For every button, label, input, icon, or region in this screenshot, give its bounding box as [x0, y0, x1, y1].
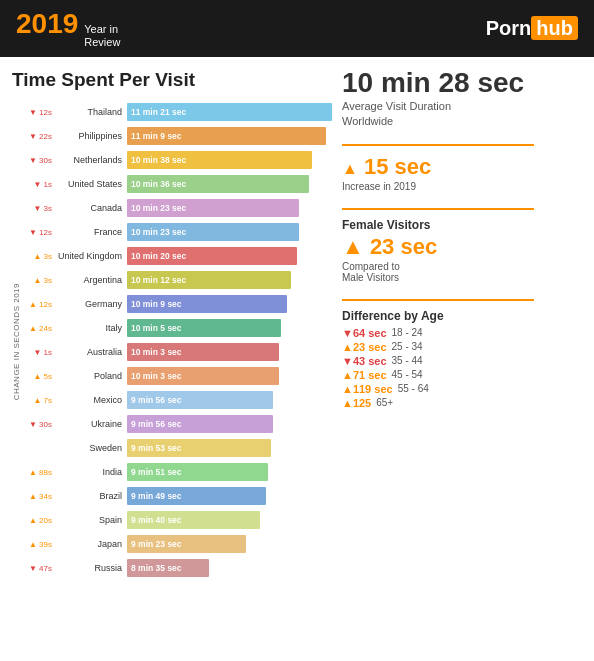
change-value: ▼ 22s [25, 132, 55, 141]
age-row: ▼64 sec18 - 24 [342, 327, 582, 339]
country-name: Australia [55, 347, 127, 357]
bar: 10 min 20 sec [127, 247, 297, 265]
country-name: Brazil [55, 491, 127, 501]
country-name: Canada [55, 203, 127, 213]
change-value: ▲ 20s [25, 516, 55, 525]
chart-row: Sweden9 min 53 sec [25, 437, 332, 459]
female-value: ▲ 23 sec [342, 234, 582, 260]
year-subtitle: Year in Review [84, 23, 120, 49]
bar-time-label: 11 min 21 sec [131, 107, 186, 117]
age-title: Difference by Age [342, 309, 582, 323]
bar-container: 10 min 5 sec [127, 319, 332, 337]
bar: 11 min 21 sec [127, 103, 332, 121]
main-content: Time Spent Per Visit Change in Seconds 2… [0, 57, 594, 589]
bar: 10 min 12 sec [127, 271, 291, 289]
stats-section: 10 min 28 sec Average Visit Duration Wor… [342, 69, 582, 581]
bar-container: 10 min 3 sec [127, 343, 332, 361]
age-value: ▲119 sec [342, 383, 393, 395]
bar: 10 min 23 sec [127, 223, 299, 241]
change-value: ▼ 3s [25, 204, 55, 213]
chart-row: ▲ 12sGermany10 min 9 sec [25, 293, 332, 315]
bar-time-label: 10 min 3 sec [131, 371, 182, 381]
bar-time-label: 10 min 20 sec [131, 251, 186, 261]
bar: 9 min 56 sec [127, 391, 273, 409]
female-title: Female Visitors [342, 218, 582, 232]
change-value: ▼ 47s [25, 564, 55, 573]
avg-duration-block: 10 min 28 sec Average Visit Duration Wor… [342, 69, 582, 128]
country-name: Sweden [55, 443, 127, 453]
chart-row: ▲ 3sArgentina10 min 12 sec [25, 269, 332, 291]
chart-row: ▼ 3sCanada10 min 23 sec [25, 197, 332, 219]
bar-container: 9 min 56 sec [127, 391, 332, 409]
change-value: ▼ 12s [25, 108, 55, 117]
bar-time-label: 10 min 23 sec [131, 203, 186, 213]
bar-container: 10 min 23 sec [127, 199, 332, 217]
country-name: Argentina [55, 275, 127, 285]
age-rows: ▼64 sec18 - 24▲23 sec25 - 34▼43 sec35 - … [342, 327, 582, 409]
bar-time-label: 9 min 23 sec [131, 539, 182, 549]
chart-row: ▼ 12sFrance10 min 23 sec [25, 221, 332, 243]
change-value: ▲ 7s [25, 396, 55, 405]
bar-time-label: 9 min 49 sec [131, 491, 182, 501]
bar-container: 10 min 3 sec [127, 367, 332, 385]
change-value: ▲ 5s [25, 372, 55, 381]
country-name: France [55, 227, 127, 237]
age-row: ▲119 sec55 - 64 [342, 383, 582, 395]
country-name: Italy [55, 323, 127, 333]
bar-container: 10 min 36 sec [127, 175, 332, 193]
chart-section: Time Spent Per Visit Change in Seconds 2… [12, 69, 332, 581]
increase-arrow-icon: ▲ [342, 160, 358, 177]
country-name: India [55, 467, 127, 477]
bar-container: 9 min 53 sec [127, 439, 332, 457]
chart-title: Time Spent Per Visit [12, 69, 332, 91]
chart-row: ▲ 34sBrazil9 min 49 sec [25, 485, 332, 507]
bar-time-label: 8 min 35 sec [131, 563, 182, 573]
y-axis-label: Change in Seconds 2019 [12, 283, 21, 400]
bar: 10 min 38 sec [127, 151, 312, 169]
change-value: ▼ 12s [25, 228, 55, 237]
bar-container: 9 min 56 sec [127, 415, 332, 433]
age-row: ▲71 sec45 - 54 [342, 369, 582, 381]
chart-row: ▲ 7sMexico9 min 56 sec [25, 389, 332, 411]
bar: 10 min 9 sec [127, 295, 287, 313]
avg-duration-value: 10 min 28 sec [342, 69, 582, 97]
change-value: ▲ 3s [25, 276, 55, 285]
change-value: ▲ 12s [25, 300, 55, 309]
country-name: Netherlands [55, 155, 127, 165]
change-value: ▼ 1s [25, 348, 55, 357]
change-value: ▼ 1s [25, 180, 55, 189]
bar-time-label: 9 min 56 sec [131, 419, 182, 429]
age-value: ▼43 sec [342, 355, 387, 367]
bar-container: 10 min 9 sec [127, 295, 332, 313]
country-name: Poland [55, 371, 127, 381]
country-name: Russia [55, 563, 127, 573]
bar-time-label: 11 min 9 sec [131, 131, 182, 141]
age-row: ▲12565+ [342, 397, 582, 409]
change-value: ▼ 30s [25, 156, 55, 165]
bar: 9 min 23 sec [127, 535, 246, 553]
age-difference-block: Difference by Age ▼64 sec18 - 24▲23 sec2… [342, 309, 582, 411]
bar-container: 11 min 9 sec [127, 127, 332, 145]
bar-container: 8 min 35 sec [127, 559, 332, 577]
chart-row: ▲ 39sJapan9 min 23 sec [25, 533, 332, 555]
country-name: Ukraine [55, 419, 127, 429]
bar: 10 min 36 sec [127, 175, 309, 193]
age-value: ▲71 sec [342, 369, 387, 381]
bar: 10 min 5 sec [127, 319, 281, 337]
divider-1 [342, 144, 534, 146]
age-row: ▼43 sec35 - 44 [342, 355, 582, 367]
bar-container: 10 min 38 sec [127, 151, 332, 169]
divider-2 [342, 208, 534, 210]
female-visitors-block: Female Visitors ▲ 23 sec Compared to Mal… [342, 218, 582, 283]
increase-value: ▲ 15 sec [342, 154, 582, 180]
bar: 9 min 56 sec [127, 415, 273, 433]
bar: 9 min 40 sec [127, 511, 260, 529]
bar-container: 10 min 23 sec [127, 223, 332, 241]
chart-row: ▼ 12sThailand11 min 21 sec [25, 101, 332, 123]
bar-time-label: 9 min 53 sec [131, 443, 182, 453]
chart-row: ▼ 47sRussia8 min 35 sec [25, 557, 332, 579]
age-range: 45 - 54 [392, 369, 423, 380]
chart-rows: ▼ 12sThailand11 min 21 sec▼ 22sPhilippin… [25, 101, 332, 581]
bar: 9 min 53 sec [127, 439, 271, 457]
change-value: ▼ 30s [25, 420, 55, 429]
